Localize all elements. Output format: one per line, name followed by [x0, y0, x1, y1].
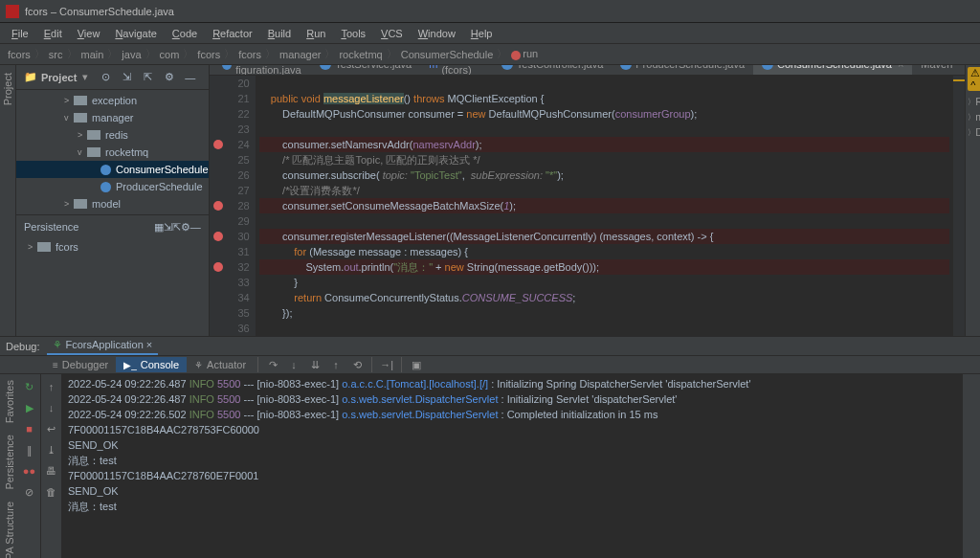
- print-icon[interactable]: 🖶: [43, 462, 60, 480]
- maven-tab[interactable]: Maven: [912, 65, 961, 75]
- console-output[interactable]: 2022-05-24 09:22:26.487 INFO 5500 --- [n…: [62, 374, 962, 558]
- gear-icon[interactable]: ⚙: [181, 221, 190, 234]
- menu-help[interactable]: Help: [463, 26, 501, 41]
- stop-icon[interactable]: ■: [21, 420, 38, 437]
- breadcrumb-item[interactable]: manager: [278, 49, 323, 60]
- drop-frame-icon[interactable]: ⟲: [348, 356, 366, 373]
- breadcrumb-item[interactable]: main: [79, 49, 106, 60]
- evaluate-icon[interactable]: ▣: [408, 356, 425, 373]
- project-tab[interactable]: Project: [0, 65, 15, 113]
- breadcrumb-item[interactable]: src: [47, 49, 65, 60]
- titlebar: fcors – ConsumerSchedule.java: [0, 0, 980, 23]
- scroll-to-end-icon[interactable]: ⤓: [43, 441, 60, 458]
- debug-subtab-actuator[interactable]: ⚘Actuator: [187, 357, 254, 372]
- gear-icon[interactable]: ⚙: [161, 69, 178, 86]
- menu-refactor[interactable]: Refactor: [205, 26, 260, 41]
- tree-item-manager[interactable]: vmanager: [16, 109, 209, 126]
- up-icon[interactable]: ↑: [43, 378, 60, 395]
- tree-item-exception[interactable]: >exception: [16, 92, 209, 109]
- tree-item-producerschedule[interactable]: ProducerSchedule: [16, 178, 209, 195]
- breadcrumb-item[interactable]: com: [158, 49, 182, 60]
- jpa-structure-tab[interactable]: JPA Structure: [2, 496, 17, 558]
- close-icon[interactable]: ×: [898, 65, 903, 70]
- hide-icon[interactable]: —: [190, 221, 201, 233]
- view-breakpoints-icon[interactable]: ●●: [21, 462, 38, 480]
- warnings-badge[interactable]: ⚠ 4 ^: [968, 67, 980, 91]
- gutter[interactable]: 2021222324252627282930313233343536: [210, 76, 256, 336]
- layout-icon[interactable]: ▦: [154, 221, 164, 234]
- select-opened-icon[interactable]: ⊙: [98, 69, 115, 86]
- persistence-root[interactable]: > fcors: [16, 238, 209, 256]
- side-panel-item[interactable]: 〉 De…: [968, 124, 980, 140]
- force-step-into-icon[interactable]: ⇊: [306, 356, 323, 373]
- tree-item-model[interactable]: >model: [16, 195, 209, 212]
- persistence-label: Persistence: [24, 221, 78, 233]
- debug-tool-window: Debug: ⚘FcorsApplication × ≡Debugger▶_Co…: [0, 336, 980, 558]
- down-icon[interactable]: ↓: [43, 399, 60, 416]
- run-to-cursor-icon[interactable]: →|: [378, 356, 395, 373]
- side-panel-item[interactable]: 〉 Ru…: [968, 94, 980, 109]
- chevron-down-icon[interactable]: ▾: [82, 71, 88, 83]
- menu-tools[interactable]: Tools: [333, 26, 373, 41]
- editor-tab[interactable]: TestService.java: [311, 65, 420, 75]
- marker-bar[interactable]: [953, 76, 965, 336]
- spring-leaf-icon: ⚘: [53, 339, 62, 350]
- menu-build[interactable]: Build: [260, 26, 299, 41]
- breadcrumb-item[interactable]: rocketmq: [337, 49, 384, 60]
- tree-item-rocketmq[interactable]: vrocketmq: [16, 144, 209, 161]
- hide-icon[interactable]: —: [182, 69, 199, 86]
- step-over-icon[interactable]: ↷: [264, 356, 281, 373]
- tree-item-consumerschedule[interactable]: ConsumerSchedule: [16, 161, 209, 178]
- side-panel-item[interactable]: 〉 m…: [968, 109, 980, 124]
- project-tool-icon: 📁: [24, 71, 37, 83]
- clear-icon[interactable]: 🗑: [43, 483, 60, 501]
- rerun-icon[interactable]: ↻: [21, 378, 38, 395]
- step-out-icon[interactable]: ↑: [327, 356, 345, 373]
- breadcrumb-item[interactable]: fcors: [236, 49, 263, 60]
- persistence-tab[interactable]: Persistence: [2, 429, 17, 495]
- favorites-tab[interactable]: Favorites: [2, 374, 17, 429]
- persistence-tool: Persistence ▦ ⇲ ⇱ ⚙ — > fcors: [16, 214, 209, 256]
- class-icon: [100, 182, 111, 192]
- breakpoint-icon[interactable]: [213, 232, 223, 241]
- expand-all-icon[interactable]: ⇲: [119, 69, 136, 86]
- breakpoint-icon[interactable]: [213, 140, 223, 149]
- breadcrumb: fcors〉src〉main〉java〉com〉fcors〉fcors〉mana…: [0, 44, 980, 65]
- debug-subtab-console[interactable]: ▶_Console: [116, 357, 187, 372]
- breakpoint-icon[interactable]: [213, 262, 223, 272]
- run-configuration-tab[interactable]: ⚘FcorsApplication ×: [47, 337, 158, 355]
- editor-tab[interactable]: …figuration.java: [213, 65, 312, 75]
- menu-edit[interactable]: Edit: [36, 26, 70, 41]
- menu-run[interactable]: Run: [299, 26, 333, 41]
- breadcrumb-item[interactable]: ConsumerSchedule: [399, 49, 496, 60]
- debug-subtab-debugger[interactable]: ≡Debugger: [45, 357, 116, 372]
- editor-tab[interactable]: mpom.xml (fcors): [420, 65, 493, 75]
- step-into-icon[interactable]: ↓: [285, 356, 302, 373]
- editor-tab[interactable]: ConsumerSchedule.java×: [753, 65, 912, 75]
- menu-navigate[interactable]: Navigate: [107, 26, 164, 41]
- menu-file[interactable]: File: [4, 26, 36, 41]
- breadcrumb-item[interactable]: run: [509, 48, 540, 59]
- breadcrumb-item[interactable]: java: [120, 49, 143, 60]
- resume-icon[interactable]: ▶: [21, 399, 38, 416]
- menu-vcs[interactable]: VCS: [373, 26, 411, 41]
- soft-wrap-icon[interactable]: ↩: [43, 420, 60, 437]
- app-icon: [6, 5, 19, 18]
- menu-window[interactable]: Window: [411, 26, 463, 41]
- code-editor[interactable]: public void messageListener() throws MQC…: [256, 76, 954, 336]
- project-tree[interactable]: >exceptionvmanager>redisvrocketmqConsume…: [16, 90, 209, 214]
- pause-icon[interactable]: ‖: [21, 441, 38, 458]
- tree-item-redis[interactable]: >redis: [16, 126, 209, 144]
- collapse-icon[interactable]: ⇱: [172, 221, 181, 234]
- menu-view[interactable]: View: [70, 26, 108, 41]
- breakpoint-icon[interactable]: [213, 201, 223, 211]
- editor-tab[interactable]: ProducerSchedule.java: [612, 65, 753, 75]
- menu-code[interactable]: Code: [165, 26, 205, 41]
- right-side-panel: ⚠ 4 ^ 〉 Ru…〉 m…〉 De…: [965, 65, 980, 336]
- breadcrumb-item[interactable]: fcors: [195, 49, 222, 60]
- collapse-all-icon[interactable]: ⇱: [140, 69, 157, 86]
- breadcrumb-item[interactable]: fcors: [6, 49, 33, 60]
- mute-breakpoints-icon[interactable]: ⊘: [21, 483, 38, 501]
- editor-tab[interactable]: TestController.java: [493, 65, 612, 75]
- expand-icon[interactable]: ⇲: [164, 221, 172, 234]
